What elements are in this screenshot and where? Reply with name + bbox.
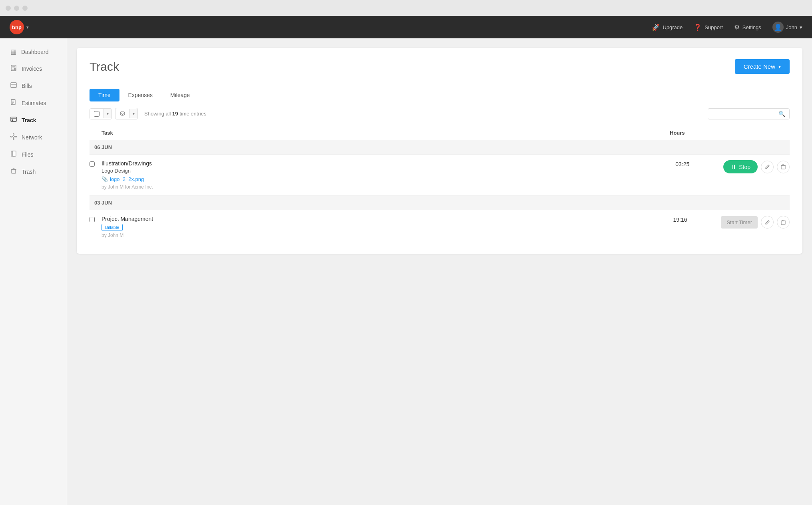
row-hours: 19:16: [673, 216, 721, 223]
svg-point-17: [16, 136, 17, 137]
sidebar-item-network[interactable]: Network: [2, 129, 64, 146]
content-card: Track Create New ▾ Time Expenses Mileage: [77, 48, 802, 254]
gear-caret-icon[interactable]: ▾: [129, 109, 137, 118]
row-content: Project Management Billable by John M: [102, 216, 673, 238]
sidebar-item-label: Trash: [22, 169, 36, 175]
delete-button[interactable]: [777, 216, 790, 229]
select-all-button[interactable]: ▾: [90, 108, 112, 119]
sidebar-item-bills[interactable]: Bills: [2, 78, 64, 94]
svg-rect-36: [781, 221, 785, 225]
row-hours: 03:25: [675, 160, 723, 167]
titlebar-dot-red: [6, 6, 11, 11]
sidebar-item-estimates[interactable]: Estimates: [2, 95, 64, 111]
user-avatar: 👤: [772, 22, 784, 33]
date-group-03jun: 03 JUN: [90, 196, 790, 210]
task-name: Project Management: [102, 216, 673, 222]
start-timer-button[interactable]: Start Timer: [721, 216, 758, 229]
entry-count: 19: [172, 111, 178, 117]
svg-rect-12: [11, 117, 16, 121]
delete-button[interactable]: [777, 161, 790, 173]
search-box: 🔍: [708, 108, 790, 119]
page-header: Track Create New ▾: [77, 48, 802, 82]
topnav: bnp ▾ 🚀 Upgrade ❓ Support ⚙ Settings 👤 J…: [0, 16, 812, 38]
logo-caret[interactable]: ▾: [26, 25, 29, 30]
row-checkbox-wrap: [90, 216, 102, 224]
sidebar-item-label: Files: [22, 151, 34, 158]
toolbar-row: ▾ ▾ Showing all 19 time entries 🔍: [77, 108, 802, 126]
edit-button[interactable]: [761, 161, 774, 173]
stop-icon: ⏸: [730, 163, 736, 170]
upgrade-button[interactable]: 🚀 Upgrade: [652, 24, 683, 31]
row-checkbox[interactable]: [90, 217, 95, 222]
create-new-button[interactable]: Create New ▾: [735, 59, 790, 74]
sidebar-item-dashboard[interactable]: ▦ Dashboard: [2, 44, 64, 60]
sidebar-item-trash[interactable]: Trash: [2, 163, 64, 180]
sidebar: ▦ Dashboard Invoices Bills Estimates T: [0, 38, 67, 505]
sidebar-item-track[interactable]: Track: [2, 112, 64, 129]
sidebar-item-label: Track: [22, 117, 36, 123]
files-icon: [10, 151, 17, 159]
attachment-row: 📎 logo_2_2x.png: [102, 176, 675, 182]
create-new-label: Create New: [744, 63, 775, 70]
row-checkbox[interactable]: [90, 161, 95, 167]
search-input[interactable]: [712, 111, 776, 117]
tab-time[interactable]: Time: [90, 89, 119, 101]
app-layout: ▦ Dashboard Invoices Bills Estimates T: [0, 38, 812, 505]
select-all-checkbox[interactable]: [90, 109, 103, 119]
task-name: Illustration/Drawings: [102, 160, 675, 167]
page-title: Track: [90, 60, 119, 74]
sidebar-item-invoices[interactable]: Invoices: [2, 60, 64, 77]
bulk-actions-button[interactable]: ▾: [115, 108, 138, 119]
tab-mileage[interactable]: Mileage: [161, 89, 199, 101]
settings-button[interactable]: ⚙ Settings: [734, 24, 761, 31]
row-checkbox-wrap: [90, 160, 102, 168]
estimates-icon: [10, 99, 17, 107]
logo-button[interactable]: bnp: [10, 20, 24, 34]
create-new-caret-icon: ▾: [778, 64, 781, 70]
upgrade-icon: 🚀: [652, 24, 660, 31]
date-group-06jun: 06 JUN: [90, 140, 790, 155]
support-label: Support: [705, 24, 723, 30]
table-header: Task Hours: [90, 126, 790, 140]
svg-rect-6: [11, 83, 16, 87]
stop-label: Stop: [739, 164, 750, 170]
svg-rect-14: [12, 119, 13, 121]
user-name-label: John: [786, 24, 797, 30]
sidebar-item-label: Estimates: [22, 100, 46, 106]
svg-rect-26: [12, 169, 16, 173]
svg-point-19: [13, 139, 14, 140]
sidebar-item-label: Bills: [22, 83, 32, 89]
row-actions: ⏸ Stop: [723, 160, 790, 173]
svg-point-18: [13, 134, 14, 135]
user-caret-icon: ▾: [800, 24, 802, 30]
stop-button[interactable]: ⏸ Stop: [723, 160, 758, 173]
select-all-caret[interactable]: ▾: [103, 109, 111, 118]
svg-rect-25: [12, 151, 16, 156]
meta-text: by John M: [102, 233, 673, 238]
sidebar-item-label: Invoices: [22, 66, 42, 72]
time-table: Task Hours 06 JUN Illustration/Drawings …: [77, 126, 802, 254]
network-icon: [10, 133, 17, 141]
gear-icon: [115, 108, 129, 119]
dashboard-icon: ▦: [10, 48, 16, 56]
titlebar: [0, 0, 812, 16]
row-actions: Start Timer: [721, 216, 790, 229]
tabs-row: Time Expenses Mileage: [77, 82, 802, 108]
user-menu-button[interactable]: 👤 John ▾: [772, 22, 802, 33]
main-content: Track Create New ▾ Time Expenses Mileage: [67, 38, 812, 505]
column-header-hours: Hours: [670, 130, 718, 136]
table-row: Project Management Billable by John M 19…: [90, 210, 790, 244]
sidebar-item-files[interactable]: Files: [2, 146, 64, 163]
edit-button[interactable]: [761, 216, 774, 229]
search-icon: 🔍: [778, 111, 785, 117]
titlebar-dot-green: [22, 6, 28, 11]
attachment-link[interactable]: logo_2_2x.png: [110, 176, 144, 182]
upgrade-label: Upgrade: [663, 24, 683, 30]
invoices-icon: [10, 65, 17, 73]
support-button[interactable]: ❓ Support: [694, 24, 723, 31]
tab-expenses[interactable]: Expenses: [119, 89, 161, 101]
attachment-icon: 📎: [102, 176, 108, 182]
checkbox-input[interactable]: [94, 111, 100, 117]
table-row: Illustration/Drawings Logo Design 📎 logo…: [90, 155, 790, 196]
billable-badge: Billable: [102, 224, 123, 231]
